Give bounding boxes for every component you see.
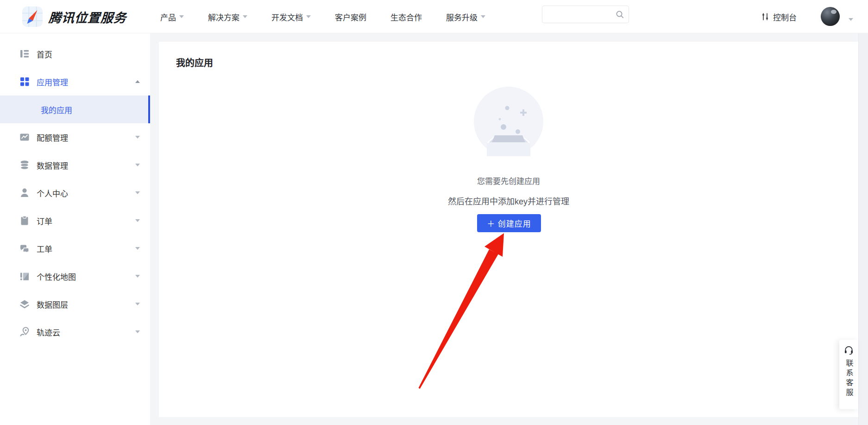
headset-icon xyxy=(844,345,854,355)
chevron-down-icon xyxy=(135,164,140,169)
sidebar-item-custom-map[interactable]: 个性化地图 xyxy=(0,262,150,290)
database-icon xyxy=(19,160,30,170)
user-icon xyxy=(19,188,30,198)
quota-chart-icon xyxy=(19,132,30,142)
sidebar-label: 首页 xyxy=(37,48,52,60)
chevron-down-icon xyxy=(135,275,140,280)
top-header: 腾讯位置服务 产品 解决方案 开发文档 客户案例 生态合作 服务升级 xyxy=(0,0,868,33)
chevron-down-icon xyxy=(306,15,311,20)
chat-bubbles-icon xyxy=(19,243,30,254)
sidebar-label: 配额管理 xyxy=(37,132,68,143)
main-content-card: 我的应用 您需要先创建应用 然后在应用中添加key并进行管理 ＋ 创建应用 xyxy=(159,42,858,417)
sidebar-item-home[interactable]: 首页 xyxy=(0,40,150,68)
console-label: 控制台 xyxy=(773,11,797,23)
nav-service-upgrade[interactable]: 服务升级 xyxy=(446,11,485,23)
page-title: 我的应用 xyxy=(176,56,213,69)
chevron-up-icon xyxy=(135,78,140,83)
user-avatar[interactable] xyxy=(821,7,840,26)
sidebar: 首页 应用管理 我的应用 配额管理 xyxy=(0,33,150,425)
sidebar-item-orders[interactable]: 订单 xyxy=(0,207,150,235)
chevron-down-icon xyxy=(243,15,247,20)
nav-solutions[interactable]: 解决方案 xyxy=(208,11,247,23)
sidebar-item-data-layers[interactable]: 数据图层 xyxy=(0,290,150,318)
empty-state-illustration xyxy=(474,87,543,156)
sidebar-item-app-management[interactable]: 应用管理 xyxy=(0,68,150,95)
compass-logo-icon xyxy=(22,6,43,27)
sidebar-label: 数据图层 xyxy=(37,298,68,310)
sidebar-label: 轨迹云 xyxy=(37,326,60,338)
chevron-down-icon xyxy=(481,15,485,20)
header-search-box[interactable] xyxy=(542,6,629,23)
contact-support-label: 联系客服 xyxy=(843,359,855,398)
chevron-down-icon xyxy=(135,191,140,197)
empty-state-line2: 然后在应用中添加key并进行管理 xyxy=(159,195,858,207)
brand-logo[interactable]: 腾讯位置服务 xyxy=(22,6,126,27)
sidebar-item-my-apps[interactable]: 我的应用 xyxy=(0,95,150,123)
chevron-down-icon xyxy=(135,136,140,141)
chevron-down-icon xyxy=(135,303,140,308)
sidebar-label: 工单 xyxy=(37,243,52,254)
sidebar-item-data-management[interactable]: 数据管理 xyxy=(0,151,150,179)
search-input[interactable] xyxy=(548,11,616,19)
track-pin-icon xyxy=(19,327,30,337)
sidebar-label: 个性化地图 xyxy=(37,271,76,282)
nav-customer-cases[interactable]: 客户案例 xyxy=(335,11,366,23)
sidebar-label: 数据管理 xyxy=(37,159,68,171)
custom-map-icon xyxy=(19,271,30,281)
sidebar-label: 个人中心 xyxy=(37,187,68,199)
sidebar-item-personal-center[interactable]: 个人中心 xyxy=(0,179,150,207)
avatar-chevron-down-icon[interactable] xyxy=(849,18,853,23)
sidebar-label: 应用管理 xyxy=(37,76,68,88)
nav-ecosystem[interactable]: 生态合作 xyxy=(390,11,422,23)
scrollbar-track[interactable] xyxy=(858,33,868,425)
sidebar-label: 我的应用 xyxy=(41,104,72,115)
contact-support-widget[interactable]: 联系客服 xyxy=(839,340,858,409)
sidebar-item-work-orders[interactable]: 工单 xyxy=(0,235,150,262)
layers-icon xyxy=(19,299,30,309)
top-nav: 产品 解决方案 开发文档 客户案例 生态合作 服务升级 xyxy=(160,0,485,33)
console-link[interactable]: 控制台 xyxy=(761,0,797,33)
sliders-icon xyxy=(761,13,769,21)
chevron-down-icon xyxy=(135,219,140,224)
nav-products[interactable]: 产品 xyxy=(160,11,184,23)
active-indicator-bar xyxy=(148,95,150,123)
order-clipboard-icon xyxy=(19,216,30,226)
home-list-icon xyxy=(19,49,30,59)
sidebar-item-track-cloud[interactable]: 轨迹云 xyxy=(0,318,150,346)
search-icon[interactable] xyxy=(616,10,624,19)
grid-icon xyxy=(19,76,30,87)
chevron-down-icon xyxy=(135,247,140,252)
empty-state-line1: 您需要先创建应用 xyxy=(159,175,858,186)
brand-name: 腾讯位置服务 xyxy=(48,8,127,26)
sidebar-label: 订单 xyxy=(37,215,52,227)
chevron-down-icon xyxy=(135,330,140,336)
chevron-down-icon xyxy=(179,15,184,20)
create-app-button[interactable]: ＋ 创建应用 xyxy=(477,214,541,232)
sidebar-item-quota-management[interactable]: 配额管理 xyxy=(0,123,150,151)
nav-dev-docs[interactable]: 开发文档 xyxy=(271,11,311,23)
